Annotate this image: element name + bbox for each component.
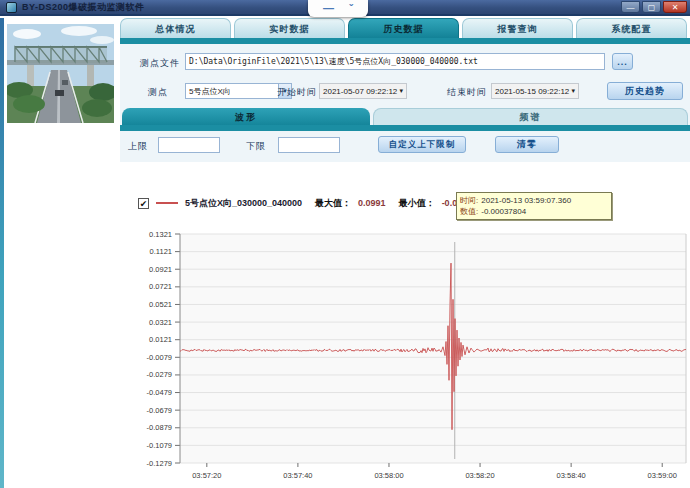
svg-text:03:59:00: 03:59:00: [648, 471, 677, 480]
svg-text:-0.0079: -0.0079: [147, 353, 172, 362]
svg-text:0.0521: 0.0521: [149, 300, 172, 309]
svg-text:0.1121: 0.1121: [150, 247, 172, 256]
close-button[interactable]: ✕: [663, 1, 687, 13]
maximize-button[interactable]: ▢: [642, 1, 661, 13]
series-color-dash: [156, 202, 178, 204]
svg-text:-0.1279: -0.1279: [147, 459, 172, 468]
tooltip-time-label: 时间:: [460, 195, 478, 206]
tab-overall[interactable]: 总体情况: [120, 18, 231, 39]
svg-text:03:57:20: 03:57:20: [192, 471, 221, 480]
point-select[interactable]: 5号点位X向 ▾: [185, 83, 292, 99]
file-path-input[interactable]: D:\Data\OriginFile\2021\5\13\速度\5号点位X向_0…: [185, 53, 605, 70]
svg-text:0.1321: 0.1321: [149, 230, 172, 239]
svg-text:03:58:40: 03:58:40: [557, 471, 586, 480]
svg-text:-0.1079: -0.1079: [147, 441, 172, 450]
chevron-down-icon[interactable]: ˇ: [349, 1, 353, 16]
subtab-accent-strip: [120, 125, 690, 131]
background-window-edge: [0, 18, 4, 488]
svg-text:0.0721: 0.0721: [149, 282, 172, 291]
series-legend: ✔ 5号点位X向_030000_040000 最大值： 0.0991 最小值： …: [138, 194, 472, 212]
series-name: 5号点位X向_030000_040000: [185, 197, 302, 210]
svg-text:03:58:20: 03:58:20: [465, 471, 494, 480]
minimize-button[interactable]: —: [621, 1, 640, 13]
min-label: 最小值：: [399, 197, 435, 210]
svg-text:-0.0879: -0.0879: [147, 423, 172, 432]
waveform-chart[interactable]: 0.13210.11210.09210.07210.05210.03210.01…: [120, 230, 690, 486]
upper-limit-input[interactable]: [158, 137, 220, 153]
svg-text:-0.0479: -0.0479: [147, 388, 172, 397]
point-label: 测点: [148, 86, 168, 99]
subtab-waveform[interactable]: 波形: [122, 108, 370, 126]
start-time-arrow-icon[interactable]: ▾: [399, 87, 403, 95]
custom-limits-button[interactable]: 自定义上下限制: [378, 136, 466, 153]
svg-text:0.0921: 0.0921: [149, 265, 172, 274]
clear-button[interactable]: 清零: [495, 136, 559, 153]
end-time-arrow-icon[interactable]: ▾: [571, 87, 575, 95]
end-time-picker[interactable]: 2021-05-15 09:22:12 ▾: [491, 83, 579, 99]
max-label: 最大值：: [315, 197, 351, 210]
bridge-photo: [7, 24, 114, 123]
upper-limit-label: 上限: [128, 140, 148, 153]
tooltip-value-value: -0.00037804: [481, 206, 526, 217]
tab-history-data[interactable]: 历史数据: [348, 18, 459, 39]
end-time-value: 2021-05-15 09:22:12: [495, 87, 569, 96]
svg-text:-0.0279: -0.0279: [147, 370, 172, 379]
window-controls: — ▢ ✕: [621, 1, 687, 13]
history-trend-button[interactable]: 历史趋势: [607, 82, 683, 100]
tab-realtime-data[interactable]: 实时数据: [234, 18, 345, 39]
svg-text:0.0121: 0.0121: [149, 335, 172, 344]
svg-text:-0.0679: -0.0679: [147, 406, 172, 415]
end-time-label: 结束时间: [447, 86, 487, 99]
tab-alarm-query[interactable]: 报警查询: [462, 18, 573, 39]
window-title: BY-DS200爆破振动监测软件: [22, 1, 145, 14]
browse-button[interactable]: ...: [612, 53, 633, 70]
main-tab-bar: 总体情况 实时数据 历史数据 报警查询 系统配置: [120, 18, 690, 39]
lower-limit-label: 下限: [246, 140, 266, 153]
history-data-panel: 测点文件 D:\Data\OriginFile\2021\5\13\速度\5号点…: [120, 44, 690, 488]
svg-text:0.0321: 0.0321: [149, 318, 172, 327]
series-checkbox[interactable]: ✔: [138, 198, 149, 209]
subtab-spectrum[interactable]: 频谱: [373, 108, 688, 126]
cursor-tooltip: 时间: 2021-05-13 03:59:07.360 数值: -0.00037…: [456, 192, 612, 220]
app-icon: [6, 2, 17, 13]
file-label: 测点文件: [140, 57, 180, 70]
start-time-picker[interactable]: 2021-05-07 09:22:12 ▾: [319, 83, 407, 99]
lower-limit-input[interactable]: [278, 137, 340, 153]
svg-text:03:57:40: 03:57:40: [283, 471, 312, 480]
point-select-value: 5号点位X向: [189, 86, 231, 97]
overlay-minimize-icon[interactable]: —: [323, 1, 334, 16]
tooltip-time-value: 2021-05-13 03:59:07.360: [481, 195, 571, 206]
start-time-label: 开始时间: [277, 86, 317, 99]
tooltip-value-label: 数值:: [460, 206, 478, 217]
tab-system-config[interactable]: 系统配置: [576, 18, 687, 39]
overlay-toolbar: — ˇ: [308, 0, 368, 17]
start-time-value: 2021-05-07 09:22:12: [323, 87, 397, 96]
max-value: 0.0991: [358, 198, 386, 208]
svg-text:03:58:00: 03:58:00: [374, 471, 403, 480]
